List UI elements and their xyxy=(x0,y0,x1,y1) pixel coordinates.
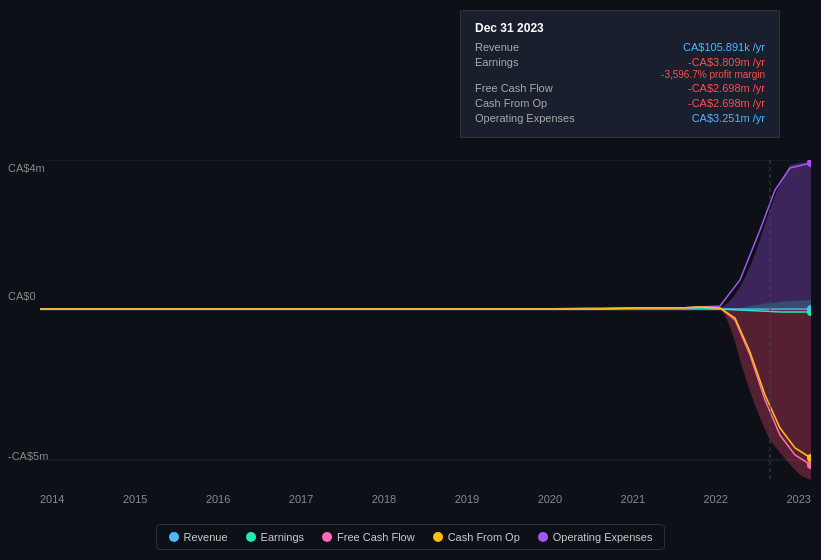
legend-label-earnings: Earnings xyxy=(261,531,304,543)
x-label-2020: 2020 xyxy=(538,493,562,505)
chart-container: Dec 31 2023 Revenue CA$105.891k /yr Earn… xyxy=(0,0,821,560)
legend-label-fcf: Free Cash Flow xyxy=(337,531,415,543)
tooltip-label-opex: Operating Expenses xyxy=(475,112,575,124)
tooltip-row-cashfromop: Cash From Op -CA$2.698m /yr xyxy=(475,97,765,109)
legend-dot-cashfromop xyxy=(433,532,443,542)
x-label-2019: 2019 xyxy=(455,493,479,505)
legend-dot-earnings xyxy=(246,532,256,542)
x-label-2015: 2015 xyxy=(123,493,147,505)
legend-item-earnings: Earnings xyxy=(246,531,304,543)
legend-item-fcf: Free Cash Flow xyxy=(322,531,415,543)
x-label-2018: 2018 xyxy=(372,493,396,505)
chart-svg xyxy=(40,160,811,480)
tooltip-value-opex: CA$3.251m /yr xyxy=(692,112,765,124)
legend-label-revenue: Revenue xyxy=(184,531,228,543)
chart-legend: Revenue Earnings Free Cash Flow Cash Fro… xyxy=(156,524,666,550)
tooltip-row-revenue: Revenue CA$105.891k /yr xyxy=(475,41,765,53)
tooltip-date: Dec 31 2023 xyxy=(475,21,765,35)
legend-dot-opex xyxy=(538,532,548,542)
legend-item-cashfromop: Cash From Op xyxy=(433,531,520,543)
legend-label-opex: Operating Expenses xyxy=(553,531,653,543)
x-label-2023: 2023 xyxy=(786,493,810,505)
legend-label-cashfromop: Cash From Op xyxy=(448,531,520,543)
tooltip-label-cashfromop: Cash From Op xyxy=(475,97,547,109)
x-label-2017: 2017 xyxy=(289,493,313,505)
x-label-2016: 2016 xyxy=(206,493,230,505)
tooltip-label-fcf: Free Cash Flow xyxy=(475,82,553,94)
x-labels: 2014 2015 2016 2017 2018 2019 2020 2021 … xyxy=(40,493,811,505)
x-label-2014: 2014 xyxy=(40,493,64,505)
tooltip-value-revenue: CA$105.891k /yr xyxy=(683,41,765,53)
x-label-2021: 2021 xyxy=(621,493,645,505)
tooltip-row-opex: Operating Expenses CA$3.251m /yr xyxy=(475,112,765,124)
tooltip-value-fcf: -CA$2.698m /yr xyxy=(688,82,765,94)
legend-item-revenue: Revenue xyxy=(169,531,228,543)
tooltip-value-earnings: -CA$3.809m /yr xyxy=(688,56,765,68)
x-label-2022: 2022 xyxy=(704,493,728,505)
y-label-mid: CA$0 xyxy=(8,290,36,302)
tooltip: Dec 31 2023 Revenue CA$105.891k /yr Earn… xyxy=(460,10,780,138)
tooltip-row-earnings: Earnings -CA$3.809m /yr xyxy=(475,56,765,68)
legend-item-opex: Operating Expenses xyxy=(538,531,653,543)
legend-dot-fcf xyxy=(322,532,332,542)
tooltip-profit-margin: -3,596.7% profit margin xyxy=(475,69,765,80)
legend-dot-revenue xyxy=(169,532,179,542)
tooltip-row-fcf: Free Cash Flow -CA$2.698m /yr xyxy=(475,82,765,94)
tooltip-value-cashfromop: -CA$2.698m /yr xyxy=(688,97,765,109)
tooltip-label-revenue: Revenue xyxy=(475,41,519,53)
tooltip-label-earnings: Earnings xyxy=(475,56,518,68)
